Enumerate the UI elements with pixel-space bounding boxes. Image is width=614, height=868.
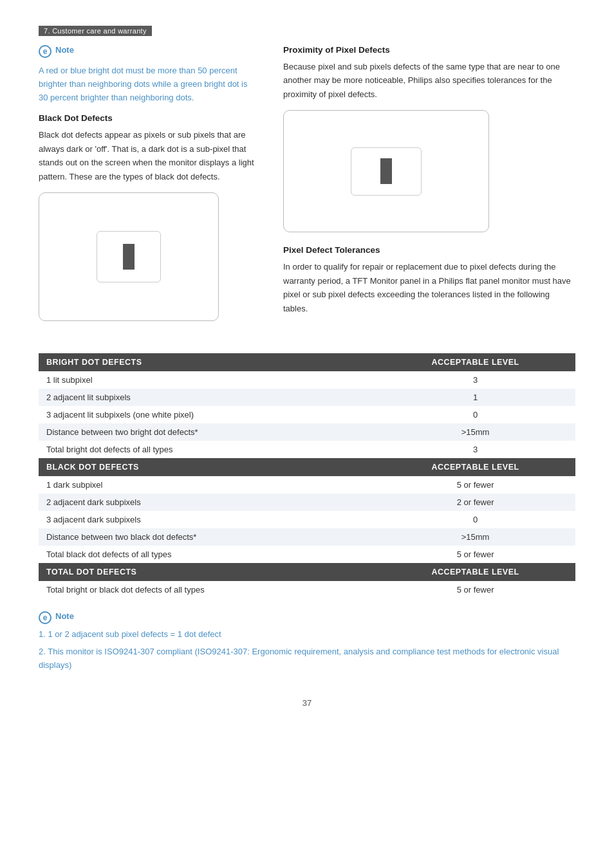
note-text: A red or blue bright dot must be more th… xyxy=(39,64,257,104)
page-number: 37 xyxy=(39,698,575,708)
row-value: >15mm xyxy=(375,423,575,441)
black-dot-body: Black dot defects appear as pixels or su… xyxy=(39,128,257,183)
table-row: 3 adjacent dark subpixels0 xyxy=(39,511,575,528)
row-label: 1 dark subpixel xyxy=(39,476,375,494)
row-value: 0 xyxy=(375,511,575,528)
row-value: 5 or fewer xyxy=(375,476,575,494)
black-dot-diagram xyxy=(39,192,219,321)
bottom-note-icon: e xyxy=(39,611,51,624)
row-label: Total black dot defects of all types xyxy=(39,546,375,563)
table-row: 2 adjacent dark subpixels2 or fewer xyxy=(39,494,575,511)
black-dot-heading: Black Dot Defects xyxy=(39,113,257,123)
table-header-row: BLACK DOT DEFECTSACCEPTABLE LEVEL xyxy=(39,458,575,476)
bottom-note-label: Note xyxy=(55,611,74,621)
row-value: 5 or fewer xyxy=(375,581,575,598)
table-row: 1 lit subpixel3 xyxy=(39,371,575,389)
table-row: Total black dot defects of all types5 or… xyxy=(39,546,575,563)
note-list-item: 2. This monitor is ISO9241-307 compliant… xyxy=(39,645,575,672)
row-value: 5 or fewer xyxy=(375,546,575,563)
bottom-notes-list: 1. 1 or 2 adjacent sub pixel defects = 1… xyxy=(39,628,575,672)
section-tag: 7. Customer care and warranty xyxy=(39,26,152,36)
row-value: 3 xyxy=(375,371,575,389)
row-value: 0 xyxy=(375,406,575,423)
row-value: 3 xyxy=(375,441,575,458)
row-label: Total bright or black dot defects of all… xyxy=(39,581,375,598)
table-header-row: BRIGHT DOT DEFECTSACCEPTABLE LEVEL xyxy=(39,353,575,371)
table-row: Total bright dot defects of all types3 xyxy=(39,441,575,458)
table-header-row: TOTAL DOT DEFECTSACCEPTABLE LEVEL xyxy=(39,563,575,581)
defect-table: BRIGHT DOT DEFECTSACCEPTABLE LEVEL1 lit … xyxy=(39,353,575,598)
row-value: 2 or fewer xyxy=(375,494,575,511)
row-label: 3 adjacent dark subpixels xyxy=(39,511,375,528)
row-label: Distance between two black dot defects* xyxy=(39,528,375,546)
table-row: Distance between two black dot defects*>… xyxy=(39,528,575,546)
table-row: 2 adjacent lit subpixels1 xyxy=(39,389,575,406)
table-row: 1 dark subpixel5 or fewer xyxy=(39,476,575,494)
row-label: 1 lit subpixel xyxy=(39,371,375,389)
row-label: Total bright dot defects of all types xyxy=(39,441,375,458)
dark-dot-left xyxy=(123,244,135,270)
diagram-inner-left xyxy=(97,231,161,282)
note-icon: e xyxy=(39,45,51,58)
left-column: e Note A red or blue bright dot must be … xyxy=(39,45,257,334)
note-label: Note xyxy=(55,45,74,55)
pixel-defect-body: In order to qualify for repair or replac… xyxy=(283,260,575,315)
table-row: Total bright or black dot defects of all… xyxy=(39,581,575,598)
diagram-inner-right xyxy=(351,147,422,196)
right-column: Proximity of Pixel Defects Because pixel… xyxy=(283,45,575,334)
bottom-note-section: e Note 1. 1 or 2 adjacent sub pixel defe… xyxy=(39,611,575,672)
table-row: Distance between two bright dot defects*… xyxy=(39,423,575,441)
row-label: 2 adjacent dark subpixels xyxy=(39,494,375,511)
dark-dot-right xyxy=(380,158,392,184)
row-label: Distance between two bright dot defects* xyxy=(39,423,375,441)
table-row: 3 adjacent lit subpixels (one white pixe… xyxy=(39,406,575,423)
row-value: 1 xyxy=(375,389,575,406)
row-label: 2 adjacent lit subpixels xyxy=(39,389,375,406)
row-value: >15mm xyxy=(375,528,575,546)
bottom-note-block: e Note xyxy=(39,611,575,624)
pixel-defect-heading: Pixel Defect Tolerances xyxy=(283,245,575,255)
row-label: 3 adjacent lit subpixels (one white pixe… xyxy=(39,406,375,423)
note-list-item: 1. 1 or 2 adjacent sub pixel defects = 1… xyxy=(39,628,575,642)
note-block: e Note xyxy=(39,45,257,58)
proximity-diagram xyxy=(283,110,489,232)
proximity-body: Because pixel and sub pixels defects of … xyxy=(283,60,575,101)
proximity-heading: Proximity of Pixel Defects xyxy=(283,45,575,55)
